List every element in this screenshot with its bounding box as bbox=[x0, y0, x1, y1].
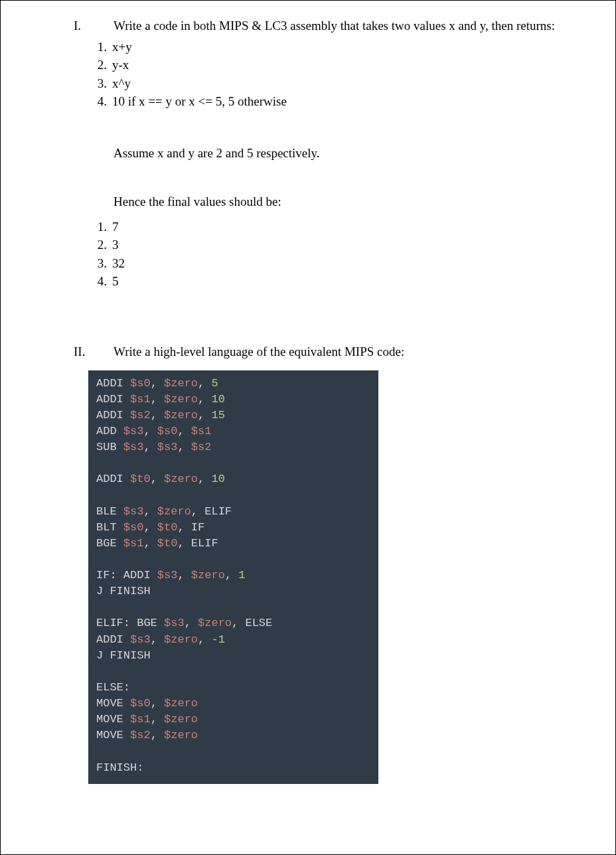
code-token-p: , bbox=[151, 473, 164, 485]
code-token-p: , bbox=[151, 633, 164, 646]
code-line: BLE $s3, $zero, ELIF bbox=[96, 504, 370, 520]
code-token-reg: $s3 bbox=[123, 425, 144, 437]
sublist-item: 3.x^y bbox=[88, 74, 589, 93]
code-token-p: , bbox=[151, 393, 164, 406]
code-line: ELIF: BGE $s3, $zero, ELSE bbox=[96, 615, 370, 631]
code-token-reg: $zero bbox=[164, 633, 198, 646]
roman-numeral-2: II. bbox=[74, 343, 114, 361]
sublist-number: 4. bbox=[88, 92, 107, 111]
code-line bbox=[96, 599, 370, 615]
code-token-reg: $s3 bbox=[123, 505, 144, 518]
code-token-reg: $s3 bbox=[157, 441, 178, 453]
code-token-reg: $zero bbox=[191, 569, 225, 582]
code-line: BGE $s1, $t0, ELIF bbox=[96, 536, 370, 552]
results-list: 1.72.33.324.5 bbox=[88, 218, 589, 291]
sublist-item: 1.x+y bbox=[88, 38, 589, 56]
code-line: ADDI $s2, $zero, 15 bbox=[96, 408, 370, 424]
code-token-reg: $s1 bbox=[130, 713, 151, 726]
code-token-p: , bbox=[151, 377, 164, 390]
code-token-reg: $zero bbox=[164, 409, 198, 422]
hence-text: Hence the final values should be: bbox=[88, 193, 589, 211]
result-text: 5 bbox=[112, 272, 119, 291]
code-token-reg: $s0 bbox=[123, 521, 144, 534]
code-line: FINISH: bbox=[96, 760, 370, 776]
sublist-text: x+y bbox=[112, 38, 132, 56]
code-token-lbldef: ELSE: bbox=[96, 681, 130, 694]
assume-text: Assume x and y are 2 and 5 respectively. bbox=[88, 144, 589, 163]
code-token-p: , bbox=[177, 537, 191, 550]
question-2-prompt: Write a high-level language of the equiv… bbox=[114, 343, 589, 361]
code-token-op: SUB bbox=[96, 441, 123, 453]
code-token-reg: $s2 bbox=[130, 409, 151, 422]
question-1-sublist: 1.x+y2.y-x3.x^y4.10 if x == y or x <= 5,… bbox=[88, 38, 589, 111]
code-token-num: 1 bbox=[238, 569, 245, 582]
code-token-lbldef: ELIF: bbox=[96, 617, 137, 629]
code-line bbox=[96, 743, 370, 759]
code-token-reg: $s3 bbox=[123, 441, 144, 453]
code-token-reg: $s1 bbox=[130, 393, 151, 406]
sublist-item: 4.10 if x == y or x <= 5, 5 otherwise bbox=[88, 92, 589, 111]
code-line: ADDI $s3, $zero, -1 bbox=[96, 632, 370, 648]
result-number: 4. bbox=[88, 272, 107, 291]
code-token-op: J bbox=[96, 649, 110, 662]
result-item: 3.32 bbox=[88, 254, 589, 273]
sublist-number: 3. bbox=[88, 74, 107, 93]
code-token-p: , bbox=[143, 425, 157, 437]
result-number: 3. bbox=[88, 254, 107, 273]
code-token-p: , bbox=[198, 377, 211, 390]
code-token-op: ADDI bbox=[96, 409, 130, 422]
code-token-p: , bbox=[151, 697, 164, 710]
code-token-lbl: FINISH bbox=[110, 585, 150, 597]
code-token-reg: $s2 bbox=[191, 441, 212, 453]
question-1-prompt: Write a code in both MIPS & LC3 assembly… bbox=[114, 17, 589, 35]
code-token-reg: $s0 bbox=[157, 425, 178, 437]
code-line: SUB $s3, $s3, $s2 bbox=[96, 439, 370, 455]
code-token-op: ADDI bbox=[96, 633, 130, 646]
result-text: 7 bbox=[112, 218, 119, 236]
code-token-reg: $zero bbox=[198, 617, 232, 629]
code-token-num: 10 bbox=[211, 473, 224, 485]
code-token-op: BLE bbox=[96, 505, 123, 518]
code-token-p: , bbox=[151, 729, 164, 741]
result-number: 1. bbox=[88, 218, 107, 236]
code-token-p: , bbox=[232, 617, 245, 629]
code-line: BLT $s0, $t0, IF bbox=[96, 520, 370, 536]
code-token-reg: $zero bbox=[164, 713, 198, 726]
code-token-lbldef: IF: bbox=[96, 569, 123, 582]
result-item: 2.3 bbox=[88, 236, 589, 254]
code-token-reg: $zero bbox=[164, 393, 198, 406]
code-token-num: 5 bbox=[211, 377, 218, 390]
code-line: ADDI $t0, $zero, 10 bbox=[96, 471, 370, 487]
code-token-op: ADDI bbox=[123, 569, 157, 582]
code-token-p: , bbox=[143, 441, 157, 453]
code-token-reg: $s0 bbox=[130, 697, 151, 710]
code-token-op: ADDI bbox=[96, 393, 130, 406]
code-token-op: ADDI bbox=[96, 473, 130, 485]
code-token-num: 15 bbox=[211, 409, 224, 422]
code-token-p: , bbox=[143, 537, 157, 550]
code-token-p: , bbox=[177, 441, 191, 453]
question-1-body: Write a code in both MIPS & LC3 assembly… bbox=[114, 17, 589, 291]
code-token-p: , bbox=[177, 425, 191, 437]
result-item: 4.5 bbox=[88, 272, 589, 291]
code-token-op: ADDI bbox=[96, 377, 130, 390]
result-item: 1.7 bbox=[88, 218, 589, 236]
code-line: J FINISH bbox=[96, 583, 370, 599]
code-line: ADD $s3, $s0, $s1 bbox=[96, 424, 370, 439]
code-line bbox=[96, 455, 370, 471]
code-token-p: , bbox=[143, 521, 157, 534]
result-text: 3 bbox=[112, 236, 119, 254]
code-line: MOVE $s2, $zero bbox=[96, 728, 370, 743]
question-2: II. Write a high-level language of the e… bbox=[74, 343, 589, 784]
code-token-lbl: ELIF bbox=[204, 505, 232, 518]
code-token-p: , bbox=[143, 505, 157, 518]
code-token-lbl: IF bbox=[191, 521, 204, 534]
code-token-op: MOVE bbox=[96, 729, 130, 741]
code-token-reg: $t0 bbox=[157, 521, 178, 534]
code-line: ADDI $s0, $zero, 5 bbox=[96, 376, 370, 392]
code-line bbox=[96, 487, 370, 503]
code-token-p: , bbox=[191, 505, 204, 518]
code-token-lbldef: FINISH: bbox=[96, 761, 143, 774]
code-line: MOVE $s0, $zero bbox=[96, 696, 370, 712]
result-text: 32 bbox=[112, 254, 125, 273]
